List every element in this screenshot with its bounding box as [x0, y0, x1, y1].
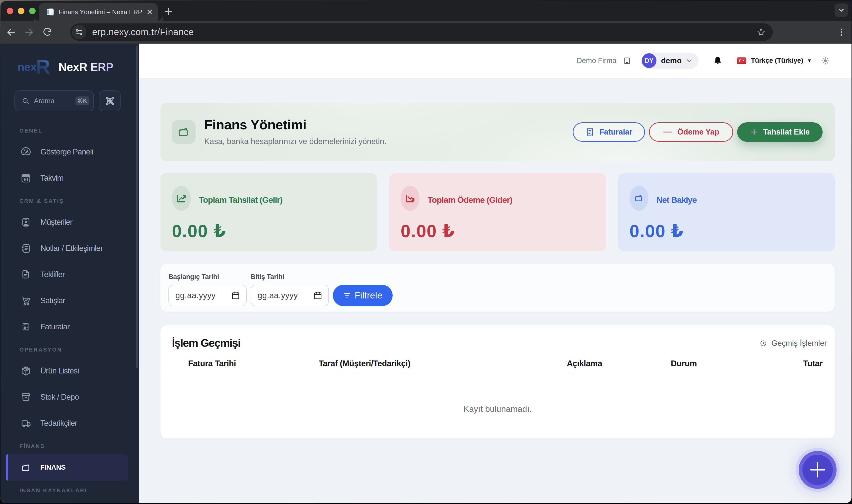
- end-date-label: Bitiş Tarihi: [251, 273, 329, 280]
- close-window-button[interactable]: [7, 8, 14, 15]
- sidebar-item-satışlar[interactable]: Satışlar: [0, 288, 139, 314]
- qr-scan-button[interactable]: [99, 90, 121, 111]
- sidebar-item-teklifler[interactable]: Teklifler: [0, 262, 139, 288]
- traffic-lights[interactable]: [7, 8, 36, 15]
- nav-item-label: Takvim: [40, 174, 63, 183]
- tab-search-chevron-button[interactable]: [835, 3, 848, 17]
- fab-add-button[interactable]: [799, 451, 837, 489]
- nav-section-label: GENEL: [19, 127, 139, 134]
- start-date-input[interactable]: gg.aa.yyyy: [168, 285, 247, 306]
- nav-section-label: İNSAN KAYNAKLARI: [19, 487, 139, 494]
- table-header-row: Fatura Tarihi Taraf (Müşteri/Tedarikçi) …: [160, 359, 835, 373]
- receipt-icon: [585, 128, 594, 137]
- sidebar-item-tedarikçiler[interactable]: Tedarikçiler: [0, 410, 139, 436]
- end-date-placeholder: gg.aa.yyyy: [258, 291, 313, 300]
- invoices-button[interactable]: Faturalar: [573, 122, 645, 142]
- plus-icon: [750, 128, 758, 136]
- company-name: Demo Firma: [577, 57, 617, 65]
- stat-value: 0.00 ₺: [630, 222, 684, 240]
- screen: Finans Yönetimi – Nexa ERP: [0, 0, 852, 504]
- add-collection-button[interactable]: Tahsilat Ekle: [737, 122, 822, 142]
- sidebar-item-notlar-etkileşimler[interactable]: Notlar / Etkileşimler: [0, 235, 139, 262]
- address-bar[interactable]: erp.nexy.com.tr/Finance: [70, 23, 773, 41]
- nav-section-label: FİNANS: [19, 443, 139, 450]
- start-date-label: Başlangıç Tarihi: [168, 273, 247, 280]
- calendar-icon[interactable]: [231, 291, 240, 300]
- sidebar-item-faturalar[interactable]: Faturalar: [0, 314, 139, 340]
- stat-label: Toplam Ödeme (Gider): [428, 195, 512, 205]
- stat-card-balance: Net Bakiye 0.00 ₺: [618, 173, 835, 251]
- nav-item-icon: [20, 418, 31, 428]
- column-header-date: Fatura Tarihi: [188, 359, 236, 368]
- nav-item-label: FİNANS: [40, 463, 66, 471]
- notifications-bell-icon[interactable]: [713, 56, 723, 66]
- search-shortcut-badge: ⌘K: [75, 96, 89, 105]
- add-collection-button-label: Tahsilat Ekle: [763, 128, 810, 137]
- sidebar: nexR NexR ERP Arama ⌘K: [0, 43, 139, 503]
- browser-tab[interactable]: Finans Yönetimi – Nexa ERP: [39, 3, 158, 21]
- column-header-amount: Tutar: [803, 359, 822, 368]
- language-caret-icon: ▼: [807, 58, 812, 64]
- stat-value: 0.00 ₺: [172, 222, 226, 240]
- browser-menu-icon[interactable]: [837, 28, 846, 37]
- site-settings-icon[interactable]: [72, 25, 86, 39]
- reload-icon[interactable]: [42, 27, 53, 37]
- sidebar-item-takvim[interactable]: Takvim: [0, 165, 139, 191]
- zoom-window-button[interactable]: [29, 8, 36, 15]
- stat-card-income: Toplam Tahsilat (Gelir) 0.00 ₺: [160, 173, 377, 251]
- clock-icon: [760, 340, 767, 347]
- sidebar-item-fi-nans[interactable]: FİNANS: [6, 454, 129, 481]
- sidebar-search-input[interactable]: Arama ⌘K: [15, 90, 94, 111]
- back-icon[interactable]: [5, 26, 16, 38]
- minus-icon: [663, 128, 672, 137]
- sidebar-item-stok-depo[interactable]: Stok / Depo: [0, 384, 139, 410]
- page-content: Finans Yönetimi Kasa, banka hesaplarınız…: [139, 78, 852, 503]
- transactions-title: İşlem Geçmişi: [172, 337, 240, 349]
- bookmark-star-icon[interactable]: [756, 28, 766, 37]
- nav-item-label: Notlar / Etkileşimler: [40, 244, 103, 253]
- user-menu[interactable]: DY demo: [641, 53, 699, 69]
- search-placeholder: Arama: [34, 97, 75, 105]
- tab-favicon-icon: [46, 8, 54, 16]
- nav-section-label: CRM & SATIŞ: [19, 198, 139, 204]
- nav-item-icon: [20, 146, 31, 157]
- sidebar-item-ürün-listesi[interactable]: Ürün Listesi: [0, 358, 139, 384]
- history-link-label: Geçmiş İşlemler: [772, 339, 827, 348]
- column-header-party: Taraf (Müşteri/Tedarikçi): [319, 359, 410, 368]
- trending-down-icon: [401, 186, 419, 211]
- browser-window: Finans Yönetimi – Nexa ERP: [0, 1, 852, 503]
- pay-button[interactable]: Ödeme Yap: [649, 122, 733, 142]
- page-subtitle: Kasa, banka hesaplarınızı ve ödemelerini…: [204, 137, 386, 146]
- url-text[interactable]: erp.nexy.com.tr/Finance: [92, 27, 756, 37]
- column-header-status: Durum: [671, 359, 697, 368]
- hero-banner: Finans Yönetimi Kasa, banka hesaplarınız…: [160, 103, 835, 161]
- stat-label: Toplam Tahsilat (Gelir): [199, 195, 283, 205]
- nav-item-icon: [20, 173, 31, 183]
- nav-item-label: Faturalar: [40, 322, 70, 331]
- language-selector[interactable]: Türkçe (Türkiye): [751, 57, 803, 65]
- browser-toolbar: erp.nexy.com.tr/Finance: [0, 21, 852, 43]
- theme-toggle-sun-icon[interactable]: [821, 57, 830, 65]
- sidebar-item-müşteriler[interactable]: Müşteriler: [0, 209, 139, 235]
- trending-up-icon: [172, 186, 191, 211]
- history-link[interactable]: Geçmiş İşlemler: [760, 339, 827, 348]
- stat-value: 0.00 ₺: [401, 222, 455, 240]
- stat-cards: Toplam Tahsilat (Gelir) 0.00 ₺ Toplam Öd…: [160, 173, 835, 251]
- tab-close-icon[interactable]: [146, 8, 154, 16]
- nav-item-label: Gösterge Paneli: [40, 147, 93, 157]
- forward-icon[interactable]: [24, 26, 35, 38]
- pay-button-label: Ödeme Yap: [677, 128, 719, 137]
- page-title: Finans Yönetimi: [204, 118, 386, 131]
- end-date-input[interactable]: gg.aa.yyyy: [251, 285, 329, 306]
- filter-button[interactable]: Filtrele: [333, 285, 393, 306]
- nav-item-icon: [20, 243, 31, 253]
- brand-mark-r: R: [36, 57, 50, 77]
- sidebar-scrollbar[interactable]: [136, 46, 138, 368]
- building-icon[interactable]: [623, 57, 631, 65]
- user-avatar[interactable]: DY: [642, 53, 656, 68]
- calendar-icon[interactable]: [313, 291, 322, 300]
- sidebar-item-gösterge-paneli[interactable]: Gösterge Paneli: [0, 139, 139, 165]
- new-tab-button[interactable]: [164, 7, 173, 16]
- minimize-window-button[interactable]: [18, 8, 25, 15]
- nav-item-label: Ürün Listesi: [40, 366, 79, 375]
